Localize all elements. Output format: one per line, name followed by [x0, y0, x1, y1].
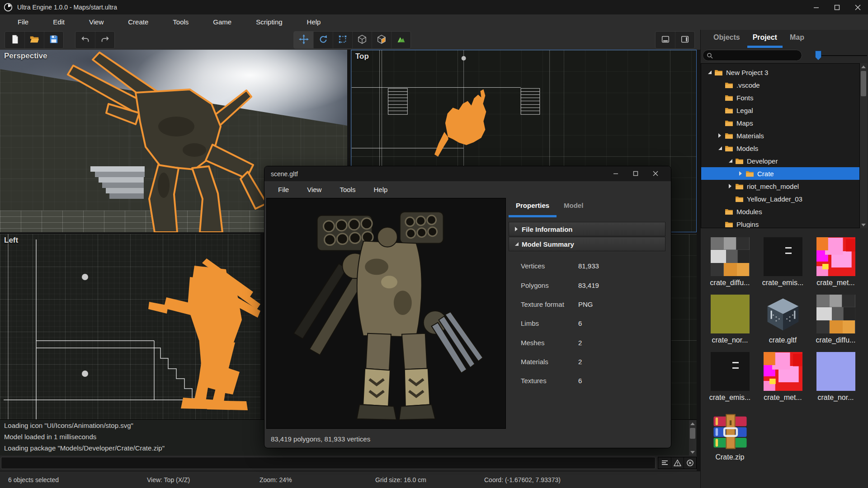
expanded-arrow-icon[interactable]: [726, 158, 734, 164]
collapsed-arrow-icon[interactable]: [726, 183, 734, 189]
tree-item-label: riot_mech_model: [747, 183, 799, 190]
dialog-close-icon[interactable]: [646, 167, 665, 180]
no-arrow: [716, 208, 723, 215]
dialog-menu-view[interactable]: View: [298, 186, 330, 193]
section-model-summary[interactable]: Model Summary: [509, 237, 665, 251]
tree-item-.vscode[interactable]: .vscode: [701, 79, 859, 91]
tree-item-label: Models: [736, 145, 758, 152]
viewport-left[interactable]: Left: [0, 234, 260, 419]
scroll-down-icon[interactable]: [860, 221, 867, 228]
textured-cube-button[interactable]: [372, 32, 391, 48]
dialog-menu-tools[interactable]: Tools: [330, 186, 364, 193]
dialog-minimize-icon[interactable]: [606, 167, 626, 180]
expanded-arrow-icon[interactable]: [706, 69, 713, 75]
tab-objects[interactable]: Objects: [707, 30, 746, 48]
scroll-down-icon[interactable]: [689, 449, 696, 455]
tree-item-fonts[interactable]: Fonts: [701, 91, 859, 104]
toggle-right-panel-icon: [680, 34, 690, 46]
asset-label: crate_diffu...: [703, 279, 756, 287]
tree-item-crate[interactable]: Crate: [701, 167, 859, 180]
maximize-icon[interactable]: [826, 0, 847, 14]
ultra-engine-window: Ultra Engine 1.0.0 - Maps/start.ultra Fi…: [0, 0, 868, 488]
save-button[interactable]: [44, 32, 63, 48]
asset-crate-diffu-[interactable]: crate_diffu...: [703, 237, 756, 287]
collapsed-arrow-icon[interactable]: [737, 170, 744, 177]
asset-crate-nor-[interactable]: crate_nor...: [809, 352, 862, 402]
search-input[interactable]: [713, 52, 794, 59]
menu-create[interactable]: Create: [116, 14, 160, 30]
asset-label: crate_emis...: [756, 279, 809, 287]
asset-crate-zip[interactable]: Crate.zip: [703, 412, 756, 461]
model-preview[interactable]: [266, 198, 506, 429]
menu-file[interactable]: File: [5, 14, 41, 30]
dialog-menu-help[interactable]: Help: [364, 186, 396, 193]
asset-crate-emis-[interactable]: crate_emis...: [756, 237, 809, 287]
tree-item-developer[interactable]: Developer: [701, 155, 859, 167]
tree-item-maps[interactable]: Maps: [701, 117, 859, 129]
tree-item-yellow_ladder_03[interactable]: Yellow_Ladder_03: [701, 192, 859, 205]
dialog-title: scene.gltf: [271, 170, 298, 178]
console-scrollbar[interactable]: [689, 420, 696, 455]
dialog-properties-panel: Properties Model File Information Model …: [506, 198, 669, 430]
command-input[interactable]: [1, 457, 656, 469]
thumbnail-size-slider-track[interactable]: [819, 55, 867, 56]
translate-button[interactable]: [294, 32, 313, 48]
asset-crate-gltf[interactable]: crate.gltf: [756, 295, 809, 344]
tree-item-legal[interactable]: Legal: [701, 104, 859, 117]
dialog-maximize-icon[interactable]: [626, 167, 646, 180]
tab-project[interactable]: Project: [746, 30, 783, 48]
menu-tools[interactable]: Tools: [160, 14, 201, 30]
menu-help[interactable]: Help: [295, 14, 333, 30]
terrain-button[interactable]: [391, 32, 410, 48]
menu-scripting[interactable]: Scripting: [244, 14, 294, 30]
scrollbar-thumb[interactable]: [690, 428, 695, 439]
asset-crate-emis-[interactable]: crate_emis...: [703, 352, 756, 402]
wireframe-cube-button[interactable]: [352, 32, 372, 48]
collapsed-arrow-icon[interactable]: [716, 132, 723, 139]
close-icon[interactable]: [847, 0, 868, 14]
tab-map[interactable]: Map: [783, 30, 811, 48]
tree-item-plugins[interactable]: Plugins: [701, 218, 859, 228]
menu-game[interactable]: Game: [201, 14, 244, 30]
minimize-icon[interactable]: [806, 0, 826, 14]
toggle-bottom-panel-button[interactable]: [656, 32, 675, 48]
tree-item-new project 3[interactable]: New Project 3: [701, 66, 859, 79]
thumbnail-size-slider-handle[interactable]: [815, 51, 821, 60]
search-icon: [707, 52, 713, 59]
tree-item-models[interactable]: Models: [701, 142, 859, 155]
tree-scrollbar[interactable]: [860, 63, 867, 228]
redo-button[interactable]: [95, 32, 114, 48]
asset-crate-nor-[interactable]: crate_nor...: [703, 295, 756, 344]
scrollbar-thumb[interactable]: [861, 71, 866, 96]
property-label-vertices: Vertices: [521, 262, 545, 270]
asset-crate-met-[interactable]: crate_met...: [756, 352, 809, 402]
menu-view[interactable]: View: [77, 14, 116, 30]
search-box[interactable]: [703, 50, 802, 61]
tree-item-label: Maps: [736, 119, 753, 127]
asset-crate-diffu-[interactable]: crate_diffu...: [809, 295, 862, 344]
warnings-button[interactable]: [671, 457, 684, 469]
dialog-menu-file[interactable]: File: [269, 186, 298, 193]
tree-item-materials[interactable]: Materials: [701, 129, 859, 142]
tab-properties[interactable]: Properties: [516, 202, 549, 209]
undo-button[interactable]: [75, 32, 95, 48]
tree-item-modules[interactable]: Modules: [701, 205, 859, 218]
tree-item-riot_mech_model[interactable]: riot_mech_model: [701, 180, 859, 192]
asset-crate-met-[interactable]: crate_met...: [809, 237, 862, 287]
menu-edit[interactable]: Edit: [41, 14, 77, 30]
new-file-button[interactable]: [5, 32, 24, 48]
rect-select-button[interactable]: [333, 32, 352, 48]
expanded-arrow-icon[interactable]: [716, 145, 723, 151]
scroll-up-icon[interactable]: [860, 63, 867, 70]
history-tool-group: [75, 31, 115, 49]
dialog-title-bar[interactable]: scene.gltf: [264, 166, 671, 181]
tab-model[interactable]: Model: [564, 202, 583, 209]
toggle-right-panel-button[interactable]: [675, 32, 694, 48]
right-panel: ObjectsProjectMap New Project 3.vscodeFo…: [700, 30, 868, 488]
log-list-button[interactable]: [658, 457, 671, 469]
rotate-button[interactable]: [313, 32, 333, 48]
section-file-information[interactable]: File Information: [509, 222, 665, 236]
clear-button[interactable]: [684, 457, 696, 469]
open-folder-button[interactable]: [24, 32, 44, 48]
scroll-up-icon[interactable]: [689, 420, 696, 427]
